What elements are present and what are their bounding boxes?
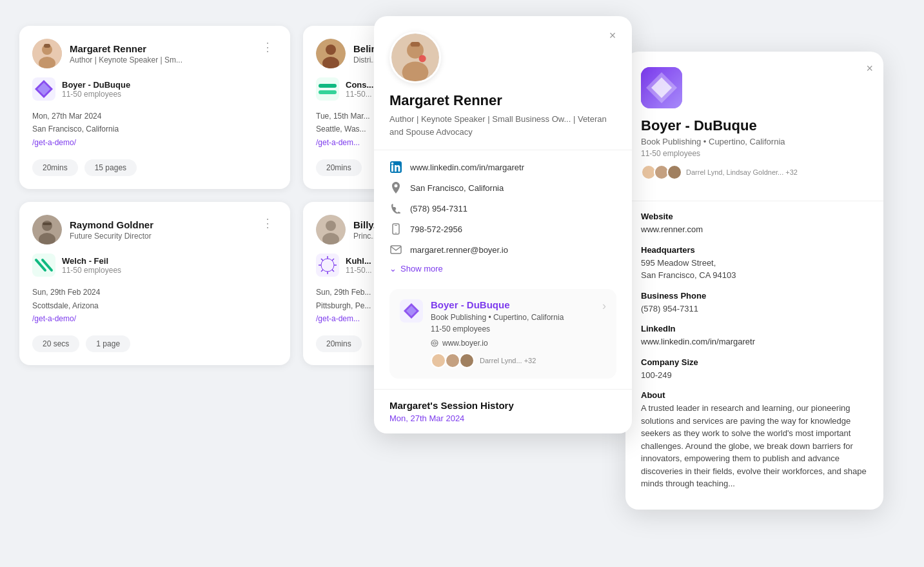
website-text: www.boyer.io <box>442 339 488 348</box>
cp-contacts-label: Darrel Lynd, Lindsay Goldner... +32 <box>686 168 798 176</box>
mobile-icon <box>389 223 402 235</box>
svg-rect-17 <box>32 254 55 277</box>
company-panel-header: × Boyer - DuBuque Book Publishing • Cupe… <box>625 52 883 201</box>
show-more-button[interactable]: ⌄ Show more <box>389 264 443 274</box>
company-panel-subtitle: Book Publishing • Cupertino, California <box>641 137 868 146</box>
company-logo <box>32 77 55 101</box>
contact-phone1: (578) 954-7311 <box>389 202 616 215</box>
company-size-label: Company Size <box>641 357 868 367</box>
website-section: Website www.renner.com <box>641 212 868 236</box>
session-section: Margaret's Session History Mon, 27th Mar… <box>374 389 632 433</box>
headquarters-section: Headquarters 595 Meadow Street,San Franc… <box>641 245 868 282</box>
session-date: Mon, 27th Mar 2024 <box>389 413 616 423</box>
business-phone-label: Business Phone <box>641 291 868 301</box>
card-footer: 20 secs 1 page <box>32 335 277 352</box>
card-person: Raymond Goldner Future Security Director <box>32 215 153 244</box>
close-button[interactable]: × <box>604 26 622 45</box>
card-footer: 20mins 15 pages <box>32 159 277 176</box>
panel-company-card[interactable]: Boyer - DuBuque Book Publishing • Cupert… <box>389 289 616 379</box>
phone2-text: 798-572-2956 <box>410 224 462 234</box>
person-info: Raymond Goldner Future Security Director <box>70 219 153 241</box>
duration-badge: 20mins <box>32 159 78 176</box>
company-card-detail: Book Publishing • Cupertino, California <box>431 313 564 322</box>
company-panel-avatars: Darrel Lynd, Lindsay Goldner... +32 <box>641 164 868 180</box>
person-name: Margaret Renner <box>70 43 182 54</box>
svg-point-21 <box>326 221 336 231</box>
card-link[interactable]: /get-a-demo/ <box>32 314 76 323</box>
person-info: Margaret Renner Author | Keynote Speaker… <box>70 43 182 65</box>
card-link[interactable]: /get-a-demo/ <box>32 138 76 147</box>
panel-subtitle: Author | Keynote Speaker | Small Busines… <box>389 113 616 138</box>
linkedin-section: LinkedIn www.linkedin.com/in/margaretr <box>641 324 868 348</box>
linkedin-icon <box>389 161 402 174</box>
avatar <box>32 39 62 68</box>
card-margaret-renner[interactable]: Margaret Renner Author | Keynote Speaker… <box>19 26 290 189</box>
company-panel-logo <box>641 67 682 108</box>
company-info: Boyer - DuBuque 11-50 employees <box>62 80 130 99</box>
phone-icon <box>389 202 402 215</box>
contact-phone2: 798-572-2956 <box>389 223 616 235</box>
company-card-name: Boyer - DuBuque <box>431 299 564 310</box>
svg-rect-16 <box>43 223 52 225</box>
avatar <box>316 215 346 244</box>
company-detail-panel: × Boyer - DuBuque Book Publishing • Cupe… <box>625 52 883 510</box>
company-logo <box>32 254 55 277</box>
contact-email: margaret.renner@boyer.io <box>389 243 616 256</box>
company-website: www.boyer.io <box>431 339 564 348</box>
company-card-arrow: › <box>602 299 606 313</box>
business-phone-section: Business Phone (578) 954-7311 <box>641 291 868 315</box>
company-info: Kuhl... 11-50... <box>346 256 372 275</box>
card-link[interactable]: /get-a-dem... <box>316 314 360 323</box>
card-link[interactable]: /get-a-dem... <box>316 138 360 147</box>
person-title: Future Security Director <box>70 232 153 241</box>
linkedin-url: www.linkedin.com/in/margaretr <box>410 163 524 172</box>
company-row: Welch - Feil 11-50 employees <box>32 254 277 277</box>
pages-badge: 15 pages <box>84 159 137 176</box>
company-size: 11-50 employees <box>62 266 121 275</box>
card-raymond-goldner[interactable]: Raymond Goldner Future Security Director… <box>19 202 290 365</box>
card-date: Mon, 27th Mar 2024 <box>32 110 277 123</box>
svg-point-14 <box>42 221 52 231</box>
email-icon <box>389 243 402 256</box>
card-meta: Mon, 27th Mar 2024 San Francisco, Califo… <box>32 110 277 149</box>
svg-rect-3 <box>44 44 50 48</box>
svg-rect-36 <box>411 42 420 46</box>
company-info: Welch - Feil 11-50 employees <box>62 256 121 275</box>
svg-point-37 <box>419 55 426 62</box>
show-more-label: Show more <box>400 264 443 274</box>
company-card-size: 11-50 employees <box>431 324 564 333</box>
svg-rect-11 <box>319 84 337 88</box>
headquarters-label: Headquarters <box>641 245 868 255</box>
contact-linkedin: www.linkedin.com/in/margaretr <box>389 161 616 174</box>
company-size-section: Company Size 100-249 <box>641 357 868 382</box>
company-close-button[interactable]: × <box>866 62 873 75</box>
pages-badge: 1 page <box>86 335 130 352</box>
company-panel-size: 11-50 employees <box>641 149 868 158</box>
avatar <box>316 39 346 68</box>
mini-avatar-1 <box>431 353 446 368</box>
svg-rect-10 <box>316 77 339 101</box>
person-name: Raymond Goldner <box>70 219 153 230</box>
company-logo <box>316 254 339 277</box>
card-menu-button[interactable]: ⋮ <box>258 215 277 232</box>
card-date: Sun, 29th Feb 2024 <box>32 286 277 299</box>
company-size: 11-50... <box>346 266 372 275</box>
company-details: Website www.renner.com Headquarters 595 … <box>625 201 883 510</box>
company-name: Kuhl... <box>346 256 372 266</box>
headquarters-value: 595 Meadow Street,San Francisco, CA 9410… <box>641 257 868 282</box>
card-person: Margaret Renner Author | Keynote Speaker… <box>32 39 182 68</box>
about-section: About A trusted leader in research and l… <box>641 390 868 490</box>
company-name: Cons... <box>346 80 373 90</box>
card-location: Scottsdale, Arizona <box>32 299 277 312</box>
cp-mini-avatar-3 <box>667 164 682 180</box>
company-panel-name: Boyer - DuBuque <box>641 117 868 134</box>
panel-name: Margaret Renner <box>389 92 616 109</box>
email-text: margaret.renner@boyer.io <box>410 245 508 255</box>
card-menu-button[interactable]: ⋮ <box>258 39 277 55</box>
location-text: San Francisco, California <box>410 183 504 193</box>
contacts-label: Darrel Lynd... +32 <box>480 357 536 364</box>
about-value: A trusted leader in research and learnin… <box>641 402 868 490</box>
website-value: www.renner.com <box>641 223 868 236</box>
card-person: Billy... Princ... <box>316 215 381 244</box>
company-name: Boyer - DuBuque <box>62 80 130 90</box>
